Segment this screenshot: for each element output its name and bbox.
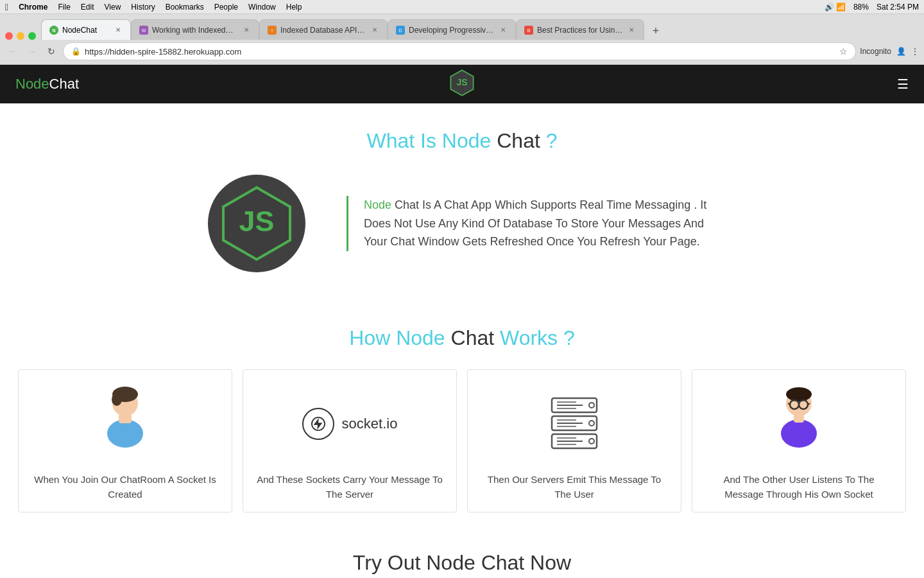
svg-point-18 [107, 419, 143, 448]
description-node-highlight: Node [364, 198, 391, 211]
app-header: NodeChat JS ☰ [0, 65, 924, 103]
svg-text:W: W [142, 28, 146, 33]
macos-right: 🔊 📶 88% Sat 2:54 PM [825, 3, 919, 12]
menu-file[interactable]: File [58, 3, 70, 12]
tab-close-indexed[interactable]: ✕ [370, 26, 379, 35]
apple-menu[interactable]:  [5, 2, 8, 12]
tab-label-nodechat: NodeChat [62, 26, 110, 35]
tab-bar: N NodeChat ✕ W Working with IndexedDB | … [0, 14, 924, 40]
menu-people[interactable]: People [214, 3, 238, 12]
card2-icon: socket.io [302, 385, 398, 462]
nodejs-header-icon: JS [448, 69, 476, 97]
tab-bestprac[interactable]: B Best Practices for Using Index... ✕ [516, 19, 644, 40]
card3-icon [545, 385, 603, 462]
section2-title: How Node Chat Works ? [0, 313, 924, 369]
nodejs-big-logo: JS [205, 172, 308, 275]
section2-title-chat: Chat [445, 326, 494, 349]
hamburger-menu-button[interactable]: ☰ [897, 76, 909, 92]
how-section: How Node Chat Works ? [0, 313, 924, 538]
tab-workingindexeddb[interactable]: W Working with IndexedDB | We... ✕ [131, 19, 259, 40]
tab-label-devpwa: Developing Progressive Web A... [409, 26, 495, 35]
header-logo: JS [448, 69, 476, 100]
macos-menubar:  Chrome File Edit View History Bookmark… [0, 0, 924, 14]
url-text: https://hidden-spire-15882.herokuapp.com [85, 47, 835, 57]
svg-rect-44 [794, 414, 804, 423]
tab-indexeddbapispec[interactable]: I Indexed Database API 2.0 ✕ [259, 19, 388, 40]
section2-title-works: Works [494, 326, 558, 349]
card-server-emit: Then Our Servers Emit This Message To Th… [467, 369, 681, 512]
section1-title-question: ? [540, 129, 558, 152]
card4-icon [770, 385, 828, 462]
svg-text:D: D [398, 28, 402, 33]
forward-button[interactable]: → [24, 44, 40, 59]
datetime: Sat 2:54 PM [877, 3, 919, 12]
section2-title-how: How Node [349, 326, 445, 349]
address-bar-right: Incognito 👤 ⋮ [860, 47, 919, 56]
svg-text:I: I [271, 28, 273, 33]
socketio-logo: socket.io [302, 408, 398, 440]
app-title-node: Node [15, 76, 49, 92]
minimize-window-button[interactable] [17, 32, 24, 40]
section3-title-tryout: Try Out Node [353, 551, 475, 574]
description-text: Chat Is A Chat App Which Supports Real T… [364, 198, 706, 249]
battery-percent: 88% [853, 3, 869, 12]
back-button[interactable]: ← [5, 44, 21, 59]
section3-title: Try Out Node Chat Now [0, 538, 924, 578]
card-other-user: And The Other User Listens To The Messag… [692, 369, 906, 512]
tab-close-working[interactable]: ✕ [242, 26, 251, 35]
card3-text: Then Our Servers Emit This Message To Th… [478, 473, 671, 502]
svg-point-27 [589, 421, 594, 426]
tab-favicon-bestprac: B [524, 26, 533, 35]
server-icon [545, 392, 603, 456]
description-block: Node Chat Is A Chat App Which Supports R… [346, 196, 719, 251]
tab-label-working: Working with IndexedDB | We... [152, 26, 238, 35]
svg-point-32 [589, 439, 594, 444]
close-window-button[interactable] [5, 32, 13, 40]
section3-title-chat: Chat [475, 551, 524, 574]
section2-title-question: ? [558, 326, 575, 349]
tab-label-indexed: Indexed Database API 2.0 [280, 26, 366, 35]
bookmark-icon[interactable]: ☆ [839, 46, 848, 57]
socketio-bolt-icon [302, 408, 334, 440]
card2-text: And These Sockets Carry Your Message To … [253, 473, 446, 502]
menu-view[interactable]: View [105, 3, 121, 12]
lock-icon: 🔒 [71, 47, 81, 56]
tab-close-devpwa[interactable]: ✕ [499, 26, 508, 35]
menu-edit[interactable]: Edit [81, 3, 94, 12]
maximize-window-button[interactable] [28, 32, 36, 40]
menu-history[interactable]: History [131, 3, 155, 12]
status-icons: 🔊 📶 [825, 3, 846, 12]
section1-title-node: What Is Node [366, 129, 491, 152]
tab-nodechat[interactable]: N NodeChat ✕ [41, 19, 131, 40]
bolt-svg [311, 417, 325, 431]
tab-favicon-working: W [139, 26, 148, 35]
profile-icon[interactable]: 👤 [896, 47, 906, 56]
chrome-menu-icon[interactable]: ⋮ [911, 47, 919, 56]
svg-text:JS: JS [456, 77, 467, 87]
reload-button[interactable]: ↻ [44, 44, 59, 59]
url-bar[interactable]: 🔒 https://hidden-spire-15882.herokuapp.c… [63, 42, 856, 60]
section1-title: What Is Node Chat ? [0, 103, 924, 172]
browser-chrome: N NodeChat ✕ W Working with IndexedDB | … [0, 14, 924, 65]
tab-devpwa[interactable]: D Developing Progressive Web A... ✕ [388, 19, 516, 40]
menu-bookmarks[interactable]: Bookmarks [166, 3, 204, 12]
new-tab-button[interactable]: + [647, 22, 665, 40]
tab-favicon-nodechat: N [49, 26, 58, 35]
section1-title-chat: Chat [491, 129, 540, 152]
app-title: NodeChat [15, 76, 79, 92]
tab-favicon-devpwa: D [396, 26, 405, 35]
svg-text:N: N [52, 28, 55, 33]
card4-text: And The Other User Listens To The Messag… [703, 473, 895, 502]
section3-title-now: Now [524, 551, 571, 574]
app-title-chat: Chat [49, 76, 79, 92]
menu-help[interactable]: Help [286, 3, 302, 12]
menu-window[interactable]: Window [248, 3, 276, 12]
menu-chrome[interactable]: Chrome [19, 3, 47, 12]
card-socket-created: When You Join Our ChatRoom A Socket Is C… [18, 369, 232, 512]
card-socket-carry: socket.io And These Sockets Carry Your M… [243, 369, 457, 512]
person-avatar-1 [96, 385, 154, 462]
main-content: What Is Node Chat ? JS Node Chat Is A Ch… [0, 103, 924, 578]
tab-close-nodechat[interactable]: ✕ [114, 26, 123, 35]
address-bar: ← → ↻ 🔒 https://hidden-spire-15882.herok… [0, 40, 924, 64]
tab-close-bestprac[interactable]: ✕ [627, 26, 636, 35]
